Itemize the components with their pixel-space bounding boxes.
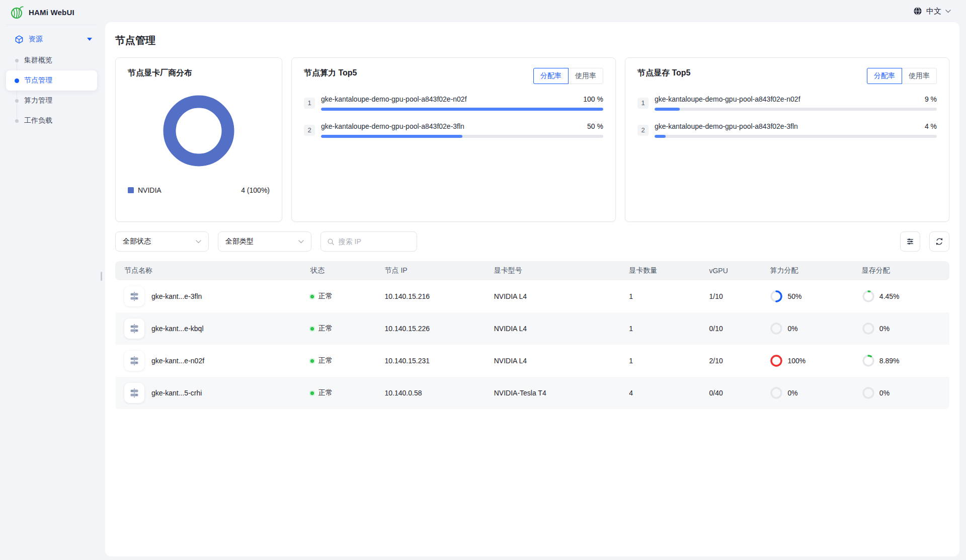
col-gpu-count: 显卡数量 [629,266,709,275]
hami-logo-icon [10,6,24,19]
app-root: HAMi WebUI 资源 集群概览 节点管理 算力管理 [0,0,966,560]
memory-top5-card: 节点显存 Top5 分配率 使用率 1 gke-kantaloupe-demo-… [625,57,949,222]
memory-toggle-usage[interactable]: 使用率 [902,68,937,84]
table-row[interactable]: gke-kant...e-3fln 正常 10.140.15.216 NVIDI… [115,280,949,312]
cube-icon [15,35,23,44]
compute-alloc-value: 0% [787,389,797,397]
sidebar-item-label: 集群概览 [24,56,52,65]
progress-ring-icon [770,290,783,303]
table-body: gke-kant...e-3fln 正常 10.140.15.216 NVIDI… [115,280,949,409]
compute-alloc-cell: 50% [770,290,861,303]
vendor-distribution-card: 节点显卡厂商分布 NVIDIA 4 (100%) [115,57,282,222]
type-filter-select[interactable]: 全部类型 [218,231,311,252]
progress-ring-icon [862,354,875,367]
node-ip: 10.140.15.216 [385,292,494,300]
content-panel: 节点管理 节点显卡厂商分布 NVIDIA [105,22,959,556]
sidebar-item-workloads[interactable]: 工作负载 [6,111,97,131]
caret-down-icon [87,38,92,41]
node-name: gke-kantaloupe-demo-gpu-pool-a843f02e-n0… [321,95,467,103]
sidebar-group-label: 资源 [29,35,82,44]
status-filter-value: 全部状态 [123,237,196,246]
progress-track [321,135,603,138]
progress-fill [321,135,462,138]
compute-toggle-group: 分配率 使用率 [533,68,603,84]
tree-dot [15,59,19,62]
progress-ring-icon [770,386,783,399]
col-gpu-model: 显卡型号 [494,266,629,275]
table-row[interactable]: gke-kant...e-kbql 正常 10.140.15.226 NVIDI… [115,312,949,345]
ip-search-input[interactable] [339,237,411,246]
memory-alloc-cell: 4.45% [862,290,949,303]
sidebar-group-resources[interactable]: 资源 [6,28,97,50]
gpu-model: NVIDIA L4 [494,357,629,365]
list-item: 2 gke-kantaloupe-demo-gpu-pool-a843f02e-… [637,122,937,138]
language-selector[interactable]: 中文 [913,7,951,16]
node-ip: 10.140.15.231 [385,357,494,365]
chevron-down-icon [298,240,304,244]
column-settings-button[interactable] [900,231,920,252]
node-ip: 10.140.15.226 [385,325,494,333]
sidebar-menu: 集群概览 节点管理 算力管理 工作负载 [6,50,97,131]
brand-title: HAMi WebUI [29,8,74,17]
type-filter-value: 全部类型 [225,237,298,246]
sidebar: HAMi WebUI 资源 集群概览 节点管理 算力管理 [0,0,103,560]
server-node-icon [129,323,140,334]
progress-ring-icon [862,290,875,303]
summary-cards: 节点显卡厂商分布 NVIDIA 4 (100%) [115,57,949,222]
status-label: 正常 [318,356,333,365]
progress-ring-icon [770,354,783,367]
language-label: 中文 [926,7,941,16]
rank-badge: 2 [637,125,649,136]
compute-alloc-cell: 100% [770,354,861,367]
sidebar-item-cluster-overview[interactable]: 集群概览 [6,50,97,70]
memory-alloc-cell: 0% [862,322,949,335]
vendor-donut-chart [128,91,270,171]
tree-dot [15,78,19,83]
col-vgpu: vGPU [709,267,770,275]
progress-ring-icon [770,322,783,335]
node-value: 4 % [925,122,937,130]
table-row[interactable]: gke-kant...5-crhi 正常 10.140.0.58 NVIDIA-… [115,377,949,409]
memory-alloc-value: 8.89% [879,357,900,365]
rank-badge: 1 [304,98,315,109]
progress-track [655,135,937,138]
vgpu-value: 2/10 [709,357,770,365]
brand-row: HAMi WebUI [6,0,97,25]
sidebar-item-compute-management[interactable]: 算力管理 [6,91,97,111]
memory-toggle-allocation[interactable]: 分配率 [867,68,902,84]
table-row[interactable]: gke-kant...e-n02f 正常 10.140.15.231 NVIDI… [115,345,949,377]
status-filter-select[interactable]: 全部状态 [115,231,209,252]
progress-track [655,108,937,111]
refresh-button[interactable] [929,231,949,252]
compute-card-title: 节点算力 Top5 [304,68,357,78]
compute-alloc-value: 0% [787,325,797,333]
node-name: gke-kantaloupe-demo-gpu-pool-a843f02e-n0… [655,95,800,103]
rank-badge: 1 [637,98,649,109]
node-icon-box [124,351,144,371]
gpu-count: 1 [629,325,709,333]
nodes-table: 节点名称 状态 节点 IP 显卡型号 显卡数量 vGPU 算力分配 显存分配 [115,261,949,409]
server-node-icon [129,355,140,366]
memory-alloc-value: 4.45% [879,292,900,300]
chevron-down-icon [945,10,951,13]
scrollbar-thumb[interactable] [101,272,102,281]
col-node-ip: 节点 IP [385,266,494,275]
server-node-icon [129,291,140,302]
compute-toggle-allocation[interactable]: 分配率 [533,68,569,84]
column-settings-icon [905,236,915,247]
gpu-model: NVIDIA L4 [494,292,629,300]
memory-card-title: 节点显存 Top5 [637,68,690,78]
compute-top5-list: 1 gke-kantaloupe-demo-gpu-pool-a843f02e-… [304,95,603,149]
refresh-icon [934,236,944,247]
sidebar-item-node-management[interactable]: 节点管理 [6,70,97,91]
status-label: 正常 [318,324,333,333]
rank-badge: 2 [304,125,315,136]
server-node-icon [129,387,140,398]
compute-alloc-cell: 0% [770,322,861,335]
status-ok-icon [310,359,314,363]
status-ok-icon [310,295,314,298]
compute-toggle-usage[interactable]: 使用率 [568,68,603,84]
col-node-name: 节点名称 [115,266,310,275]
node-value: 50 % [587,122,603,130]
node-name: gke-kantaloupe-demo-gpu-pool-a843f02e-3f… [321,122,464,130]
